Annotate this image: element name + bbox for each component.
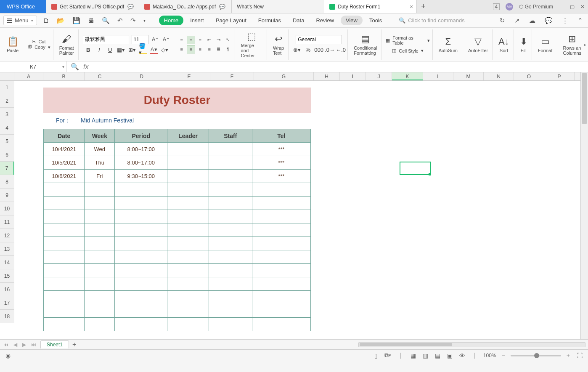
document-tab-2[interactable]: What's New — [232, 0, 324, 13]
table-cell[interactable]: 10/4/2021 — [44, 143, 85, 156]
table-cell[interactable] — [44, 237, 85, 250]
table-cell[interactable] — [85, 318, 115, 331]
table-cell[interactable] — [167, 223, 209, 237]
table-cell[interactable] — [167, 250, 209, 264]
merge-center-button[interactable]: ⬚ Merge and Center — [239, 30, 264, 59]
command-search[interactable]: 🔍 Click to find commands — [399, 17, 464, 24]
align-justify-icon[interactable]: ≡ — [205, 45, 214, 53]
record-macro-icon[interactable]: ◉ — [4, 352, 12, 359]
table-cell[interactable] — [85, 250, 115, 264]
table-cell[interactable] — [44, 183, 85, 197]
underline-icon[interactable]: U — [106, 46, 114, 54]
table-cell[interactable] — [209, 223, 252, 237]
column-header[interactable]: P — [544, 72, 575, 80]
table-cell[interactable] — [167, 197, 209, 210]
table-cell[interactable] — [209, 318, 252, 331]
table-cell[interactable] — [209, 264, 252, 277]
save-icon[interactable]: 💾 — [71, 16, 82, 25]
document-tab-3[interactable]: Duty Roster Form1 × — [324, 0, 417, 13]
table-cell[interactable]: 9:30~15:00 — [115, 170, 167, 183]
row-header[interactable]: 4 — [0, 121, 14, 135]
column-header[interactable]: E — [168, 72, 210, 80]
align-center-icon[interactable]: ≡ — [187, 45, 195, 53]
orientation-icon[interactable]: ⤡ — [224, 36, 232, 44]
tab-review[interactable]: Review — [311, 16, 339, 25]
table-cell[interactable] — [252, 197, 310, 210]
table-cell[interactable] — [85, 237, 115, 250]
table-cell[interactable] — [209, 291, 252, 304]
table-cell[interactable] — [167, 318, 209, 331]
percent-icon[interactable]: % — [304, 46, 312, 54]
table-cell[interactable] — [167, 210, 209, 223]
column-header[interactable]: J — [366, 72, 392, 80]
cut-button[interactable]: ✂ Cut — [32, 39, 45, 45]
name-box[interactable]: K7 ▾ — [0, 61, 66, 72]
print-preview-icon[interactable]: 🔍 — [100, 16, 111, 25]
zoom-in-icon[interactable]: + — [565, 352, 571, 359]
align-left-icon[interactable]: ≡ — [177, 45, 186, 53]
table-cell[interactable] — [167, 304, 209, 318]
table-cell[interactable] — [115, 277, 167, 291]
table-cell[interactable] — [44, 264, 85, 277]
decrease-font-icon[interactable]: A⁻ — [162, 35, 170, 44]
column-header[interactable]: O — [514, 72, 544, 80]
table-cell[interactable] — [252, 291, 310, 304]
increase-indent-icon[interactable]: ⇥ — [215, 36, 223, 44]
increase-decimal-icon[interactable]: .0→ — [326, 46, 334, 54]
font-name-select[interactable] — [83, 35, 129, 44]
table-cell[interactable] — [44, 304, 85, 318]
maximize-icon[interactable]: ▢ — [570, 4, 575, 10]
table-cell[interactable] — [115, 304, 167, 318]
table-cell[interactable]: Wed — [85, 143, 115, 156]
row-header[interactable]: 11 — [0, 215, 14, 229]
cells-area[interactable]: Duty Roster For： Mid Autumn Festival Dat… — [14, 81, 580, 339]
sheet-nav-prev-icon[interactable]: ◀ — [13, 342, 18, 348]
column-header[interactable]: C — [85, 72, 115, 80]
row-header[interactable]: 6 — [0, 148, 14, 162]
paste-button[interactable]: 📋 Paste — [5, 35, 20, 54]
number-format-select[interactable] — [296, 35, 342, 44]
table-cell[interactable]: *** — [252, 156, 310, 170]
align-top-right-icon[interactable]: ≡ — [196, 36, 204, 44]
row-header[interactable]: 2 — [0, 94, 14, 108]
table-cell[interactable] — [85, 291, 115, 304]
window-count-badge[interactable]: 4 — [493, 3, 500, 10]
layout-icon[interactable]: ⧉▾ — [383, 352, 392, 359]
quickbar-more-icon[interactable]: ▾ — [142, 17, 147, 24]
table-cell[interactable] — [167, 170, 209, 183]
decrease-indent-icon[interactable]: ⇤ — [205, 36, 214, 44]
row-header[interactable]: 7 — [0, 162, 14, 175]
table-cell[interactable] — [44, 291, 85, 304]
table-cell[interactable] — [252, 183, 310, 197]
sheet-tab[interactable]: Sheet1 — [40, 340, 69, 348]
column-header[interactable]: H — [314, 72, 340, 80]
zoom-level[interactable]: 100% — [483, 353, 496, 359]
close-window-icon[interactable]: ✕ — [580, 4, 585, 10]
table-cell[interactable]: *** — [252, 170, 310, 183]
wrap-text-button[interactable]: ↩ Wrap Text — [271, 33, 286, 56]
eye-icon[interactable]: 👁 — [458, 352, 466, 359]
table-cell[interactable] — [44, 318, 85, 331]
tab-home[interactable]: Home — [159, 16, 184, 25]
phone-view-icon[interactable]: ▯ — [373, 352, 379, 359]
column-header[interactable]: I — [340, 72, 366, 80]
table-cell[interactable] — [115, 183, 167, 197]
column-header[interactable]: D — [115, 72, 168, 80]
user-avatar[interactable]: MA — [506, 3, 513, 11]
row-header[interactable]: 3 — [0, 108, 14, 121]
print-icon[interactable]: 🖶 — [86, 16, 96, 25]
ribbon-scroll-right-icon[interactable]: ▸ — [584, 28, 586, 61]
table-cell[interactable]: *** — [252, 143, 310, 156]
page-layout-view-icon[interactable]: ▥ — [421, 352, 429, 359]
row-header[interactable]: 9 — [0, 189, 14, 202]
cell-style-button[interactable]: ◫ Cell Style ▾ — [392, 48, 423, 53]
row-header[interactable]: 17 — [0, 296, 14, 310]
format-painter-button[interactable]: 🖌 Format Painter — [58, 33, 76, 56]
table-cell[interactable] — [85, 197, 115, 210]
table-cell[interactable] — [44, 277, 85, 291]
column-header[interactable]: A — [14, 72, 43, 80]
row-header[interactable]: 12 — [0, 229, 14, 242]
table-cell[interactable] — [252, 277, 310, 291]
page-break-view-icon[interactable]: ▤ — [434, 352, 442, 359]
sheet-nav-last-icon[interactable]: ⏭ — [30, 342, 37, 348]
